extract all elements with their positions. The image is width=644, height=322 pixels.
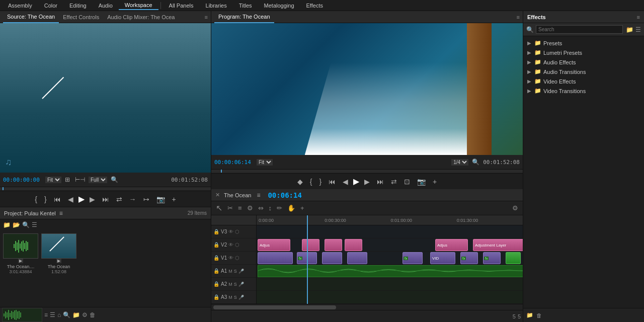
timeline-timecode[interactable]: 00:06:14 [268, 191, 301, 199]
clip-v2-2[interactable] [302, 239, 319, 251]
clip-v2-adjustment-layer[interactable]: Adjustment Layer [473, 239, 523, 251]
prog-go-start-btn[interactable]: ⏮ [327, 178, 338, 186]
tl-razor-btn[interactable]: ⚙ [246, 204, 255, 212]
a2-voice[interactable]: 🎤 [238, 282, 244, 287]
effects-menu-btn[interactable]: ≡ [637, 14, 640, 20]
v2-eye[interactable]: 👁 [228, 242, 233, 248]
a3-s[interactable]: S [234, 295, 237, 300]
menu-libraries[interactable]: Libraries [200, 2, 233, 10]
source-timeline-strip[interactable] [0, 187, 211, 191]
project-menu-btn[interactable]: ≡ [58, 210, 64, 217]
effects-search-input[interactable] [536, 25, 623, 34]
clip-v1-4[interactable] [347, 252, 367, 264]
prog-marker-btn[interactable]: ◆ [295, 178, 305, 186]
menu-titles[interactable]: Titles [233, 2, 258, 10]
tree-item-audio-transitions[interactable]: ▶ 📁 Audio Transitions [523, 67, 644, 76]
a3-voice[interactable]: 🎤 [238, 295, 244, 300]
clip-item-audio[interactable]: ▶ The Ocean.... 3:01:43884 [3, 233, 38, 304]
source-zoom-btn[interactable]: 🔍 [109, 176, 120, 183]
v2-target[interactable]: ⬡ [235, 242, 239, 248]
prog-play-btn[interactable]: ▶ [353, 177, 359, 186]
mark-out-btn[interactable]: } [42, 195, 49, 203]
timeline-menu-btn[interactable]: ≡ [255, 192, 262, 199]
new-item-btn[interactable]: ☰ [50, 311, 55, 318]
prog-mark-out-btn[interactable]: } [317, 178, 324, 186]
export-frame-btn[interactable]: 📷 [154, 195, 167, 203]
a2-s[interactable]: S [234, 282, 237, 287]
tree-item-video-transitions[interactable]: ▶ 📁 Video Transitions [523, 86, 644, 96]
go-end-btn[interactable]: ⏭ [100, 195, 111, 203]
prog-go-end-btn[interactable]: ⏭ [375, 178, 386, 186]
project-search-btn[interactable]: 🔍 [22, 221, 30, 228]
tab-audio-clip-mixer[interactable]: Audio Clip Mixer: The Ocea [103, 11, 179, 23]
a1-s[interactable]: S [234, 269, 237, 274]
timeline-close-btn[interactable]: ✕ [215, 192, 220, 198]
a1-m[interactable]: M [228, 269, 232, 274]
menu-all-panels[interactable]: All Panels [163, 2, 200, 10]
menu-metalogging[interactable]: Metalogging [258, 2, 300, 10]
menu-assembly[interactable]: Assembly [2, 2, 38, 10]
tab-program[interactable]: Program: The Ocean [214, 11, 274, 23]
v3-eye[interactable]: 👁 [228, 229, 233, 234]
source-grid-btn[interactable]: ⊞ [63, 176, 71, 183]
project-list-btn[interactable]: ☰ [32, 221, 37, 228]
tl-slip-btn[interactable]: ⇔ [257, 204, 265, 212]
program-timeline-strip[interactable] [211, 169, 523, 173]
loop-btn[interactable]: ⇄ [114, 195, 124, 203]
project-folder-btn[interactable]: 📁 [3, 221, 11, 228]
a2-m[interactable]: M [228, 282, 232, 287]
clip-v2-4[interactable] [345, 239, 362, 251]
new-bin-btn[interactable]: ≡ [44, 311, 48, 318]
project-path-btn[interactable]: 📂 [13, 221, 20, 228]
v1-target[interactable]: ⬡ [235, 255, 239, 261]
source-trim-btn[interactable]: ⊢⊣ [73, 176, 87, 183]
prog-loop-btn[interactable]: ⇄ [389, 178, 399, 186]
clip-v2-3[interactable] [325, 239, 342, 251]
tl-pen-btn[interactable]: ✏ [275, 204, 284, 212]
zoom-in-btn[interactable]: 5 [513, 313, 516, 319]
clip-v1-vid[interactable]: VID [430, 252, 455, 264]
prog-mark-in-btn[interactable]: { [308, 178, 314, 186]
clip-v2-adjust2[interactable]: Adjus [435, 239, 468, 251]
a1-voice[interactable]: 🎤 [238, 269, 244, 274]
timeline-scrollbar[interactable] [211, 304, 523, 310]
mark-in-btn[interactable]: { [33, 195, 39, 203]
play-btn[interactable]: ▶ [78, 194, 85, 204]
clip-v1-7[interactable]: fx [483, 252, 501, 264]
v3-lock[interactable]: 🔒 [213, 229, 219, 234]
go-start-btn[interactable]: ⏮ [52, 195, 63, 203]
clip-v1-green[interactable] [506, 252, 521, 264]
a3-m[interactable]: M [228, 295, 232, 300]
add-marker-btn[interactable]: + [170, 195, 178, 203]
clip-v1-2[interactable]: fx [297, 252, 317, 264]
tl-select-btn[interactable]: ↖ [214, 203, 224, 213]
prog-step-fwd-btn[interactable]: ▶ [362, 178, 372, 186]
v3-target[interactable]: ⬡ [235, 229, 239, 234]
tl-slide-btn[interactable]: ↕ [267, 204, 274, 212]
clip-v1-1[interactable] [258, 252, 293, 264]
v1-eye[interactable]: 👁 [228, 255, 233, 261]
tree-item-lumetri[interactable]: ▶ 📁 Lumetri Presets [523, 48, 644, 57]
tl-zoom-in-btn[interactable]: + [299, 204, 306, 212]
a3-lock[interactable]: 🔒 [213, 294, 219, 300]
tab-source[interactable]: Source: The Ocean [3, 11, 59, 23]
clip-v1-3[interactable] [322, 252, 342, 264]
step-back-btn[interactable]: ◀ [66, 195, 75, 203]
effects-bottom-delete-icon[interactable]: 🗑 [536, 312, 542, 318]
insert-btn[interactable]: → [127, 195, 138, 203]
menu-audio[interactable]: Audio [93, 2, 119, 10]
effects-new-folder-icon[interactable]: 📁 [626, 26, 633, 33]
program-menu-btn[interactable]: ≡ [517, 14, 520, 20]
overwrite-btn[interactable]: ↦ [141, 195, 151, 203]
menu-effects[interactable]: Effects [300, 2, 329, 10]
v1-lock[interactable]: 🔒 [213, 255, 219, 261]
tl-track-select-btn[interactable]: ≡ [236, 204, 244, 212]
clip-item-video[interactable]: ▶ The Ocean 1:52:08 [41, 233, 76, 304]
source-quality-select[interactable]: Full [89, 177, 107, 183]
tab-effect-controls[interactable]: Effect Controls [59, 11, 103, 23]
new-folder-btn[interactable]: 📁 [72, 311, 80, 318]
v2-lock[interactable]: 🔒 [213, 242, 219, 248]
prog-step-back-btn[interactable]: ◀ [341, 178, 350, 186]
prog-add-btn[interactable]: + [431, 178, 439, 186]
find-btn[interactable]: 🔍 [63, 311, 70, 318]
